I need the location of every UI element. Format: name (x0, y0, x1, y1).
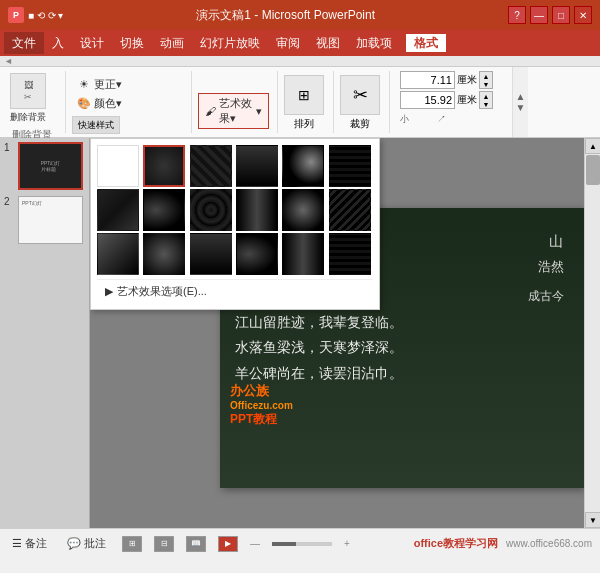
slide-panel: 1 PPT幻灯片标题 2 PPT幻灯 (0, 138, 90, 528)
width-unit: 厘米 (457, 93, 477, 107)
crop-label: 裁剪 (340, 117, 380, 131)
ribbon-scroll[interactable]: ▲▼ (512, 67, 528, 137)
poem-line-1: 江山留胜迹，我辈复登临。 (235, 310, 403, 335)
app-icon: P (8, 7, 24, 23)
maximize-button[interactable]: □ (552, 6, 570, 24)
width-input[interactable] (400, 91, 455, 109)
left-tab-arrow[interactable]: ◄ (4, 56, 13, 66)
size-expand-icon[interactable]: 小 ↗ (400, 113, 493, 126)
height-spinner[interactable]: ▲ ▼ (479, 71, 493, 89)
art-effect-6[interactable] (97, 189, 139, 231)
corner-text3: 成古今 (528, 288, 564, 305)
menu-format[interactable]: 格式 (404, 32, 448, 54)
minimize-button[interactable]: — (530, 6, 548, 24)
minus-icon: — (250, 538, 260, 549)
art-effects-label: 艺术效果▾ (219, 96, 253, 126)
website-label: office教程学习网 (414, 536, 498, 551)
slide-num-1: 1 (4, 142, 14, 153)
art-effects-button[interactable]: 🖌 艺术效果▾ ▾ (198, 93, 269, 129)
art-effects-dropdown-icon: ▾ (256, 105, 262, 118)
art-effect-15[interactable] (236, 233, 278, 275)
art-effect-17[interactable] (329, 233, 371, 275)
art-effect-1[interactable] (143, 145, 185, 187)
close-button[interactable]: ✕ (574, 6, 592, 24)
corrections-icon: ☀ (76, 76, 92, 92)
slideshow-button[interactable]: ▶ (218, 536, 238, 552)
art-effect-8[interactable] (190, 189, 232, 231)
zoom-slider[interactable] (272, 542, 332, 546)
more-options-icon: ▶ (105, 285, 113, 298)
arrange-label: 排列 (284, 117, 324, 131)
reading-view-button[interactable]: 📖 (186, 536, 206, 552)
notes-label: 备注 (25, 536, 47, 551)
menu-animation[interactable]: 动画 (152, 32, 192, 54)
plus-icon: + (344, 538, 350, 549)
art-effect-12[interactable] (97, 233, 139, 275)
menu-insert[interactable]: 入 (44, 32, 72, 54)
slide-preview-1[interactable]: PPT幻灯片标题 (18, 142, 83, 190)
height-unit: 厘米 (457, 73, 477, 87)
tab-scroll-left[interactable]: ◄ (0, 56, 17, 66)
height-input[interactable] (400, 71, 455, 89)
menu-file[interactable]: 文件 (4, 32, 44, 54)
art-effect-7[interactable] (143, 189, 185, 231)
scroll-thumb[interactable] (586, 155, 600, 185)
ribbon-group-crop: ✂ 裁剪 (340, 71, 390, 133)
corner-text2: 浩然 (538, 258, 564, 276)
color-button[interactable]: 🎨 颜色▾ (72, 94, 126, 112)
art-effect-none[interactable] (97, 145, 139, 187)
art-effect-13[interactable] (143, 233, 185, 275)
notes-button[interactable]: ☰ 备注 (8, 534, 51, 553)
width-up[interactable]: ▲ (480, 92, 492, 100)
art-effect-4[interactable] (282, 145, 324, 187)
slide-preview-2[interactable]: PPT幻灯 (18, 196, 83, 244)
crop-button[interactable]: ✂ (340, 75, 380, 115)
art-effects-icon: 🖌 (205, 105, 216, 117)
title-bar-left: P ■ ⟲ ⟳ ▾ (8, 7, 63, 23)
height-up[interactable]: ▲ (480, 72, 492, 80)
help-button[interactable]: ? (508, 6, 526, 24)
remove-bg-icon: 🖼✂ (10, 73, 46, 109)
width-spinner[interactable]: ▲ ▼ (479, 91, 493, 109)
watermark-label: PPT教程 (230, 411, 293, 428)
width-input-row: 厘米 ▲ ▼ (400, 91, 493, 109)
art-effect-11[interactable] (329, 189, 371, 231)
slide-text-2: PPT幻灯 (19, 197, 82, 209)
scroll-down-button[interactable]: ▼ (585, 512, 600, 528)
color-icon: 🎨 (76, 95, 92, 111)
slide-num-2: 2 (4, 196, 14, 207)
arrange-button[interactable]: ⊞ (284, 75, 324, 115)
menu-slideshow[interactable]: 幻灯片放映 (192, 32, 268, 54)
menu-view[interactable]: 视图 (308, 32, 348, 54)
menu-transition[interactable]: 切换 (112, 32, 152, 54)
corrections-button[interactable]: ☀ 更正▾ (72, 75, 126, 93)
art-effect-14[interactable] (190, 233, 232, 275)
height-down[interactable]: ▼ (480, 80, 492, 88)
menu-addins[interactable]: 加载项 (348, 32, 400, 54)
art-effect-3[interactable] (236, 145, 278, 187)
quick-styles-button[interactable]: 快速样式 (72, 116, 120, 134)
scroll-track[interactable] (585, 154, 600, 512)
art-effects-more-options[interactable]: ▶ 艺术效果选项(E)... (97, 279, 373, 303)
watermark-url: Officezu.com (230, 400, 293, 411)
comments-button[interactable]: 💬 批注 (63, 534, 110, 553)
art-effect-5[interactable] (329, 145, 371, 187)
menu-review[interactable]: 审阅 (268, 32, 308, 54)
slide-thumb-2: 2 PPT幻灯 (4, 196, 85, 244)
ribbon-group-remove-bg: 🖼✂ 删除背景 删除背景 (6, 71, 66, 133)
ribbon-group-art-effects: 🖌 艺术效果▾ ▾ (198, 71, 278, 133)
art-effect-16[interactable] (282, 233, 324, 275)
size-inputs: 厘米 ▲ ▼ 厘米 ▲ ▼ 小 ↗ (400, 71, 493, 126)
menu-design[interactable]: 设计 (72, 32, 112, 54)
arrange-area: ⊞ 排列 (284, 75, 324, 131)
ribbon: 🖼✂ 删除背景 删除背景 ☀ 更正▾ 🎨 颜色▾ 快速样式 (0, 67, 600, 138)
width-down[interactable]: ▼ (480, 100, 492, 108)
art-effect-2[interactable] (190, 145, 232, 187)
art-effect-10[interactable] (282, 189, 324, 231)
slide-sorter-button[interactable]: ⊟ (154, 536, 174, 552)
normal-view-button[interactable]: ⊞ (122, 536, 142, 552)
art-effect-9[interactable] (236, 189, 278, 231)
remove-background-button[interactable]: 🖼✂ 删除背景 (6, 71, 50, 126)
main-area: 1 PPT幻灯片标题 2 PPT幻灯 (0, 138, 600, 528)
scroll-up-button[interactable]: ▲ (585, 138, 600, 154)
